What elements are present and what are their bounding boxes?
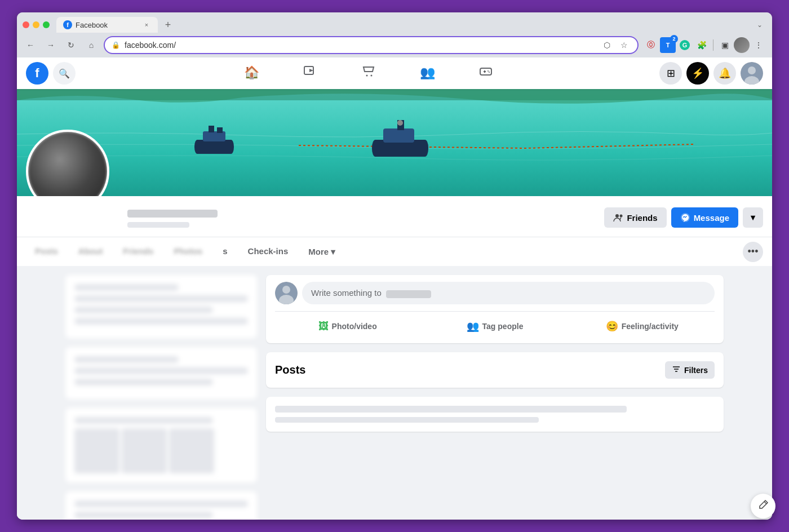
new-tab-button[interactable]: + [160,17,176,33]
address-input[interactable] [125,41,596,50]
home-icon: 🏠 [244,65,259,80]
tab-about-blurred[interactable]: About [69,237,112,267]
friends-icon: 👥 [420,65,435,80]
sidebar-photos [65,408,257,482]
grid-icon: ⊞ [667,67,675,79]
tab-favicon: f [63,20,72,29]
traffic-lights [23,21,50,28]
tab-photos-blurred[interactable]: Photos [165,237,211,267]
fb-menu-button[interactable]: ⊞ [659,62,682,85]
svg-rect-19 [209,126,214,132]
bookmark-icon[interactable]: ☆ [617,38,631,52]
profile-name-blur [127,210,218,218]
close-window-button[interactable] [23,21,29,28]
sidebar-friends [65,347,257,399]
post-composer: Write something to 🖼 Photo/video [266,275,724,343]
svg-point-30 [282,286,290,294]
nav-marketplace[interactable] [340,60,397,87]
home-button[interactable]: ⌂ [83,37,99,53]
nav-home[interactable]: 🏠 [223,60,280,87]
composer-top: Write something to [275,282,715,304]
photo-thumb-2 [122,428,167,473]
feeling-activity-button[interactable]: 😊 Feeling/activity [570,316,715,336]
facebook-app: f 🔍 🏠 👥 [17,57,772,520]
tab-dropdown-button[interactable]: ⌄ [753,18,766,32]
sidebar-line-9 [74,500,248,507]
profile-name-area [26,210,600,228]
sidebar-line-6 [74,367,248,374]
extension-puzzle[interactable]: 🧩 [694,37,710,53]
minimize-window-button[interactable] [33,21,39,28]
left-sidebar [65,275,257,520]
refresh-button[interactable]: ↻ [63,37,79,53]
svg-point-4 [366,74,368,76]
gaming-icon [479,64,493,81]
posts-header: Posts Filters [266,352,724,388]
tab-friends-blurred[interactable]: Friends [114,237,162,267]
browser-profile[interactable] [734,37,750,53]
write-something-text: Write something to [311,288,431,298]
cast-icon[interactable]: ⬡ [600,38,614,52]
nav-gaming[interactable] [458,60,514,87]
extension-translate[interactable]: T 2 [660,37,676,53]
profile-actions-bar: Friends Message ▾ [17,196,772,228]
tab-close-button[interactable]: × [142,20,151,29]
filters-icon [672,365,681,375]
filters-button[interactable]: Filters [665,361,715,379]
teaser-post [266,397,724,432]
edit-icon [757,499,769,513]
fb-notifications-button[interactable]: 🔔 [713,62,736,85]
tab-posts-blurred[interactable]: Posts [26,237,67,267]
composer-actions: 🖼 Photo/video 👥 Tag people 😊 Feeling/act… [275,316,715,336]
fb-search-button[interactable]: 🔍 [53,62,76,85]
message-button[interactable]: Message [671,207,738,228]
toolbar-right: ⓪ T 2 G 🧩 ▣ ⋮ [643,37,766,53]
profile-more-button[interactable]: ▾ [743,207,763,228]
svg-point-24 [397,120,403,126]
extension-grammarly[interactable]: G [677,37,693,53]
maximize-window-button[interactable] [43,21,50,28]
tab-checkins[interactable]: Check-ins [239,237,298,267]
chevron-down-icon: ▾ [751,212,755,223]
sidebar-line-1 [74,284,179,291]
messenger-btn-icon [680,212,690,223]
active-tab[interactable]: f Facebook × [56,17,158,33]
address-bar[interactable]: 🔒 ⬡ ☆ [104,36,639,54]
sidebar-line-4 [74,318,248,325]
tab-s[interactable]: s [214,237,236,267]
forward-button[interactable]: → [43,37,59,53]
svg-point-9 [487,70,489,72]
extension-onetab[interactable]: ⓪ [643,37,659,53]
svg-rect-20 [217,127,223,133]
svg-rect-17 [194,140,234,154]
more-tab-arrow-icon: ▾ [331,247,335,257]
tab-overflow-button[interactable]: ••• [743,242,763,262]
browser-menu-button[interactable]: ⋮ [751,37,766,53]
avatar-image [28,132,107,196]
back-button[interactable]: ← [23,37,38,53]
friends-button[interactable]: Friends [604,207,666,228]
address-bar-row: ← → ↻ ⌂ 🔒 ⬡ ☆ ⓪ T 2 G [17,33,772,57]
fb-profile-nav[interactable] [741,62,763,85]
nav-watch[interactable] [282,60,338,87]
nav-friends[interactable]: 👥 [399,60,455,87]
fb-messenger-button[interactable]: ⚡ [686,62,709,85]
photo-video-button[interactable]: 🖼 Photo/video [275,316,420,336]
sidebar-intro [65,275,257,338]
search-icon: 🔍 [59,68,70,79]
sidebar-toggle[interactable]: ▣ [717,37,733,53]
svg-rect-22 [383,128,414,143]
tab-more-button[interactable]: More ▾ [299,237,344,267]
sidebar-line-10 [74,512,213,518]
marketplace-icon [362,64,375,81]
composer-input[interactable]: Write something to [302,282,715,304]
tag-icon: 👥 [467,320,479,333]
tag-people-button[interactable]: 👥 Tag people [422,316,567,336]
svg-point-27 [620,215,623,218]
floating-edit-button[interactable] [751,494,772,518]
fb-main[interactable]: Friends Message ▾ [17,89,772,520]
sidebar-line-3 [74,307,213,313]
browser-window: f Facebook × + ⌄ ← → ↻ ⌂ 🔒 ⬡ ☆ [17,12,772,520]
profile-subtitle-blur [127,222,189,228]
recipient-name-placeholder [386,290,431,298]
